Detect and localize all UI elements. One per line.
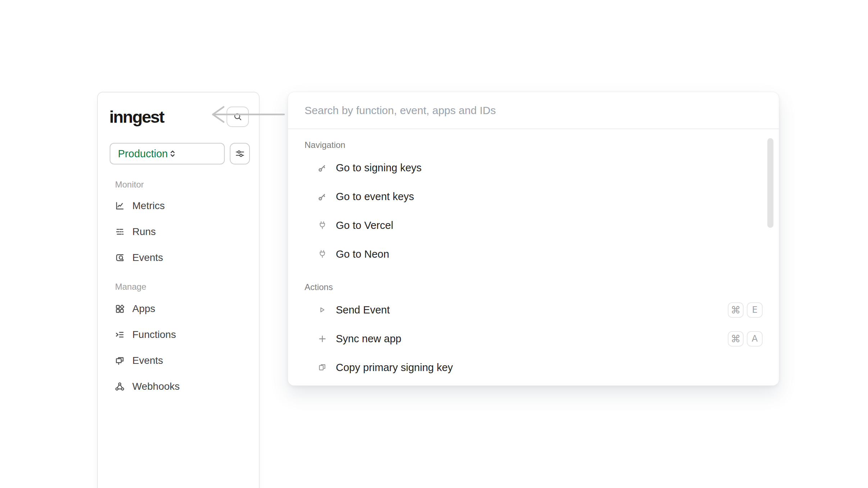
- environment-select[interactable]: Production: [110, 143, 225, 164]
- copy-icon: [317, 362, 328, 373]
- plug-icon: [317, 220, 328, 231]
- palette-item-label: Send Event: [336, 304, 390, 316]
- scrollbar-thumb[interactable]: [767, 138, 773, 228]
- environment-filter-button[interactable]: [230, 143, 250, 164]
- palette-item-label: Go to event keys: [336, 191, 414, 203]
- plug-icon: [317, 249, 328, 259]
- palette-item-go-to-vercel[interactable]: Go to Vercel: [305, 211, 763, 240]
- group-label-actions: Actions: [305, 282, 763, 292]
- webhook-icon: [115, 381, 125, 392]
- page: inngest Production: [0, 0, 868, 488]
- sidebar-item-label: Events: [132, 355, 163, 366]
- command-palette: Navigation Go to signing keys: [288, 92, 779, 386]
- palette-item-label: Go to signing keys: [336, 162, 422, 174]
- palette-item-copy-primary-signing-key[interactable]: Copy primary signing key: [305, 353, 763, 382]
- command-key: ⌘: [728, 302, 744, 318]
- runs-list-icon: [115, 227, 125, 237]
- palette-item-go-to-event-keys[interactable]: Go to event keys: [305, 182, 763, 211]
- command-palette-results: Navigation Go to signing keys: [288, 140, 779, 382]
- command-key: ⌘: [728, 331, 744, 347]
- palette-item-label: Go to Vercel: [336, 220, 393, 231]
- annotation-arrow-left-icon: [208, 104, 291, 125]
- palette-item-label: Sync new app: [336, 333, 401, 345]
- shortcut-keys: ⌘ A: [728, 331, 763, 347]
- inngest-logo: inngest: [109, 107, 164, 127]
- sidebar-item-webhooks[interactable]: Webhooks: [98, 374, 259, 399]
- command-palette-search-row: [288, 92, 779, 129]
- filter-sliders-icon: [235, 149, 245, 159]
- navigation-group-items: Go to signing keys Go to event keys: [305, 153, 763, 268]
- sidebar-item-label: Apps: [132, 303, 155, 315]
- chevron-up-down-icon: [168, 149, 177, 158]
- group-label-navigation: Navigation: [305, 140, 763, 150]
- environment-row: Production: [110, 143, 259, 164]
- shortcut-keys: ⌘ E: [728, 302, 763, 318]
- play-icon: [317, 304, 328, 315]
- sidebar-item-label: Runs: [132, 226, 156, 238]
- palette-item-go-to-signing-keys[interactable]: Go to signing keys: [305, 153, 763, 182]
- palette-item-label: Copy primary signing key: [336, 362, 453, 374]
- sidebar-item-label: Events: [132, 252, 163, 263]
- sidebar-item-runs[interactable]: Runs: [98, 219, 259, 245]
- metrics-chart-icon: [115, 201, 125, 211]
- sidebar-section-manage-label: Manage: [115, 283, 259, 291]
- letter-key: E: [747, 302, 763, 318]
- sidebar-monitor-items: Metrics Runs: [98, 193, 259, 271]
- sidebar-item-events-manage[interactable]: Events: [98, 348, 259, 374]
- palette-item-send-event[interactable]: Send Event ⌘ E: [305, 295, 763, 324]
- event-search-icon: [115, 253, 125, 263]
- sidebar-item-functions[interactable]: Functions: [98, 322, 259, 348]
- palette-item-label: Go to Neon: [336, 248, 389, 260]
- palette-item-go-to-neon[interactable]: Go to Neon: [305, 240, 763, 268]
- sidebar-item-metrics[interactable]: Metrics: [98, 193, 259, 219]
- sidebar-item-label: Metrics: [132, 200, 165, 212]
- command-palette-search-input[interactable]: [288, 92, 779, 128]
- sidebar: inngest Production: [97, 92, 260, 488]
- palette-item-sync-new-app[interactable]: Sync new app ⌘ A: [305, 324, 763, 353]
- environment-selected-value: Production: [118, 148, 168, 160]
- sidebar-item-label: Functions: [132, 329, 176, 340]
- key-icon: [317, 191, 328, 202]
- letter-key: A: [747, 331, 763, 347]
- functions-list-icon: [115, 330, 125, 340]
- plus-icon: [317, 333, 328, 344]
- sidebar-item-events-monitor[interactable]: Events: [98, 245, 259, 271]
- key-icon: [317, 162, 328, 173]
- sidebar-item-apps[interactable]: Apps: [98, 296, 259, 322]
- sidebar-section-monitor-label: Monitor: [115, 180, 259, 189]
- event-windows-icon: [115, 356, 125, 366]
- actions-group-items: Send Event ⌘ E Sync new app ⌘: [305, 295, 763, 382]
- sidebar-manage-items: Apps Functions: [98, 296, 259, 399]
- apps-grid-icon: [115, 304, 125, 314]
- sidebar-item-label: Webhooks: [132, 381, 180, 392]
